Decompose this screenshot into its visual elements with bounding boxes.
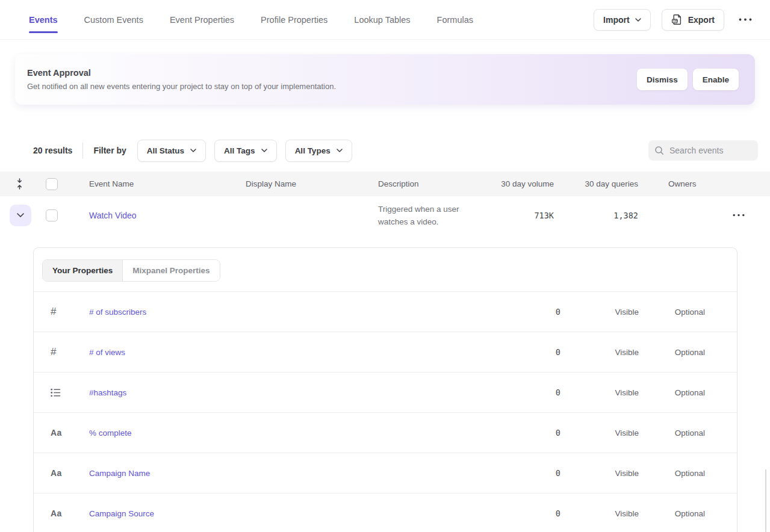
property-row: Aa Campaign Source 0 Visible Optional [34, 493, 737, 532]
banner-text: Event Approval Get notified on all new e… [27, 68, 336, 91]
property-queries: 0 [488, 388, 560, 397]
types-filter-dropdown[interactable]: All Types [285, 140, 352, 162]
tab-your-properties[interactable]: Your Properties [43, 260, 123, 281]
tab-event-properties[interactable]: Event Properties [170, 11, 234, 28]
ellipsis-icon [739, 18, 752, 21]
dismiss-button[interactable]: Dismiss [637, 69, 688, 90]
number-type-icon: # [34, 306, 89, 318]
status-filter-label: All Status [147, 146, 184, 155]
column-owners: Owners [641, 179, 698, 188]
events-table-header: Event Name Display Name Description 30 d… [0, 172, 770, 196]
svg-text:csv: csv [673, 19, 678, 22]
event-name-link[interactable]: Watch Video [89, 211, 137, 220]
tab-event-properties-label: Event Properties [170, 15, 234, 25]
tab-mixpanel-properties-label: Mixpanel Properties [132, 266, 210, 275]
property-name-link[interactable]: # of views [89, 348, 488, 357]
tab-your-properties-label: Your Properties [52, 266, 113, 275]
export-button[interactable]: csv Export [662, 9, 724, 31]
types-filter-label: All Types [295, 146, 331, 155]
property-visibility: Visible [560, 388, 639, 397]
property-row: Aa % complete 0 Visible Optional [34, 413, 737, 453]
tags-filter-dropdown[interactable]: All Tags [214, 140, 277, 162]
property-visibility: Visible [560, 428, 639, 438]
column-event-name: Event Name [65, 179, 246, 188]
property-name-link[interactable]: Campaign Source [89, 509, 488, 518]
property-requirement: Optional [639, 469, 705, 478]
divider [82, 143, 83, 158]
tags-filter-label: All Tags [224, 146, 255, 155]
tab-custom-events-label: Custom Events [84, 15, 143, 25]
row-checkbox[interactable] [46, 209, 58, 221]
chevron-down-icon [17, 213, 24, 217]
tab-formulas[interactable]: Formulas [437, 11, 473, 28]
property-queries: 0 [488, 509, 560, 518]
property-name-link[interactable]: # of subscribers [89, 308, 488, 317]
property-requirement: Optional [639, 348, 705, 357]
property-name-link[interactable]: Campaign Name [89, 469, 488, 478]
number-type-icon: # [34, 346, 89, 358]
status-filter-dropdown[interactable]: All Status [137, 140, 206, 162]
property-visibility: Visible [560, 469, 639, 478]
event-approval-banner: Event Approval Get notified on all new e… [15, 54, 755, 105]
property-visibility: Visible [560, 348, 639, 357]
event-properties-panel: Your Properties Mixpanel Properties # # … [33, 247, 737, 532]
lexicon-events-page: Events Custom Events Event Properties Pr… [0, 0, 770, 532]
property-name-link[interactable]: % complete [89, 428, 488, 438]
property-queries: 0 [488, 428, 560, 438]
chevron-down-icon [261, 149, 267, 152]
property-requirement: Optional [639, 509, 705, 518]
property-name-link[interactable]: #hashtags [89, 388, 488, 397]
event-30-day-volume: 713K [494, 211, 556, 220]
collapse-all-button[interactable] [16, 178, 23, 190]
column-display-name: Display Name [246, 179, 378, 188]
event-row-watch-video: Watch Video Triggered when a user watche… [0, 196, 770, 234]
text-type-icon: Aa [34, 468, 89, 478]
import-button[interactable]: Import [594, 9, 651, 31]
property-queries: 0 [488, 468, 560, 478]
tab-lookup-tables-label: Lookup Tables [354, 15, 410, 25]
search-events-input[interactable] [669, 146, 748, 155]
list-type-icon [34, 388, 89, 397]
property-row: # # of views 0 Visible Optional [34, 332, 737, 373]
property-row: # # of subscribers 0 Visible Optional [34, 292, 737, 332]
collapse-row-button[interactable] [10, 205, 31, 226]
property-requirement: Optional [639, 428, 705, 438]
nav-tabs: Events Custom Events Event Properties Pr… [29, 11, 473, 28]
column-30-day-volume: 30 day volume [494, 179, 556, 188]
more-options-button[interactable] [735, 14, 756, 25]
tab-events[interactable]: Events [29, 11, 58, 28]
property-visibility: Visible [560, 509, 639, 518]
column-description: Description [378, 179, 494, 188]
nav-actions: Import csv Export [594, 9, 756, 31]
select-all-checkbox[interactable] [46, 178, 58, 190]
filter-by-label: Filter by [93, 146, 126, 155]
property-row: Aa Campaign Name 0 Visible Optional [34, 453, 737, 493]
chevron-down-icon [635, 18, 641, 22]
property-queries: 0 [488, 347, 560, 357]
tab-lookup-tables[interactable]: Lookup Tables [354, 11, 410, 28]
collapse-rows-icon [16, 178, 23, 190]
property-row: #hashtags 0 Visible Optional [34, 373, 737, 413]
row-more-options-button[interactable] [729, 210, 748, 220]
enable-button[interactable]: Enable [693, 69, 739, 90]
property-queries: 0 [488, 307, 560, 317]
search-events-box [648, 140, 758, 161]
scrollbar[interactable] [765, 469, 766, 532]
text-type-icon: Aa [34, 428, 89, 438]
event-description: Triggered when a user watches a video. [378, 203, 494, 228]
search-icon [654, 146, 664, 155]
banner-actions: Dismiss Enable [637, 69, 739, 90]
top-navigation: Events Custom Events Event Properties Pr… [0, 0, 770, 40]
tab-events-label: Events [29, 15, 58, 25]
tab-profile-properties-label: Profile Properties [261, 15, 328, 25]
banner-title: Event Approval [27, 68, 336, 78]
banner-description: Get notified on all new events entering … [27, 82, 336, 91]
tab-custom-events[interactable]: Custom Events [84, 11, 143, 28]
tab-profile-properties[interactable]: Profile Properties [261, 11, 328, 28]
tab-mixpanel-properties[interactable]: Mixpanel Properties [123, 260, 219, 281]
property-visibility: Visible [560, 308, 639, 317]
import-button-label: Import [603, 15, 630, 25]
tab-formulas-label: Formulas [437, 15, 473, 25]
export-button-label: Export [688, 15, 715, 25]
csv-file-icon: csv [671, 14, 683, 25]
